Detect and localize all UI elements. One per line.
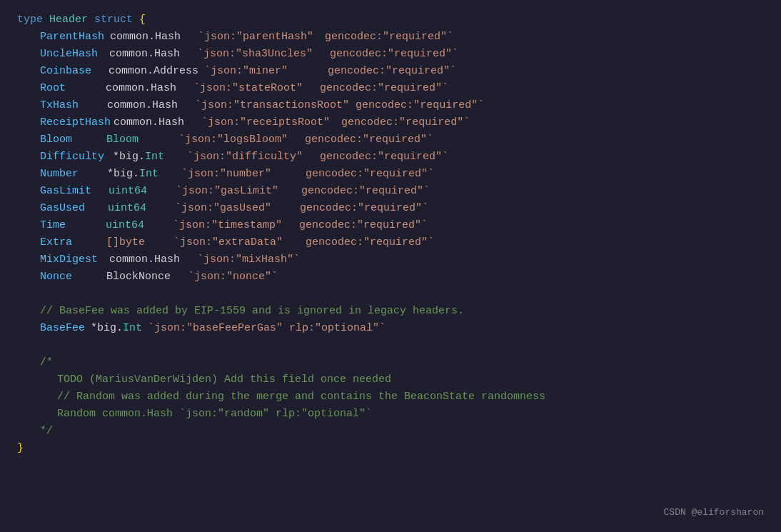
- field-nonce: Nonce BlockNonce `json:"nonce"`: [17, 268, 764, 286]
- type-common-1: common: [110, 29, 148, 46]
- field-name-unclehash: UncleHash: [40, 46, 98, 63]
- field-gaslimit: GasLimit uint64 `json:"gasLimit" gencode…: [17, 183, 764, 200]
- tag-number: `json:"number": [181, 166, 271, 183]
- field-name-mixdigest: MixDigest: [40, 251, 98, 268]
- tag-extra: `json:"extraData": [173, 234, 283, 251]
- type-uint64-gasused: uint64: [108, 200, 146, 217]
- blank-line-2: [17, 337, 764, 354]
- field-root: Root common.Hash `json:"stateRoot" genco…: [17, 80, 764, 97]
- comment-text-basefee: // BaseFee was added by EIP-1559 and is …: [40, 303, 464, 320]
- field-name-receipthash: ReceiptHash: [40, 114, 111, 131]
- field-txhash: TxHash common.Hash `json:"transactionsRo…: [17, 97, 764, 114]
- field-gasused: GasUsed uint64 `json:"gasUsed" gencodec:…: [17, 200, 764, 217]
- tag-mixdigest: `json:"mixHash"`: [197, 251, 300, 268]
- line-struct-header: type Header struct {: [17, 11, 764, 29]
- field-name-difficulty: Difficulty: [40, 149, 104, 166]
- field-name-extra: Extra: [40, 234, 72, 251]
- type-blocknonce: BlockNonce: [106, 268, 171, 286]
- tag-txhash: `json:"transactionsRoot": [195, 97, 349, 114]
- field-receipthash: ReceiptHash common.Hash `json:"receiptsR…: [17, 114, 764, 131]
- field-mixdigest: MixDigest common.Hash `json:"mixHash"`: [17, 251, 764, 268]
- field-name-time: Time: [40, 217, 66, 234]
- field-name-number: Number: [40, 166, 79, 183]
- tag-gasused: `json:"gasUsed": [175, 200, 271, 217]
- block-comment-close: */: [40, 423, 53, 440]
- field-coinbase: Coinbase common.Address `json:"miner" ge…: [17, 63, 764, 80]
- tag-nonce: `json:"nonce"`: [188, 268, 278, 286]
- tag-parenthash: `json:"parentHash": [198, 29, 313, 46]
- field-time: Time uint64 `json:"timestamp" gencodec:"…: [17, 217, 764, 234]
- field-random: Random common.Hash `json:"random" rlp:"o…: [17, 406, 764, 423]
- tag-receipthash: `json:"receiptsRoot": [201, 114, 330, 131]
- struct-name: Header: [49, 11, 88, 29]
- code-editor: type Header struct { ParentHash common.H…: [0, 0, 781, 532]
- type-byte-extra: []byte: [106, 234, 145, 251]
- block-comment-open: /*: [40, 354, 53, 371]
- tag-root: `json:"stateRoot": [193, 80, 303, 97]
- tag-unclehash: `json:"sha3Uncles": [197, 46, 313, 63]
- block-comment-start: /*: [17, 354, 764, 371]
- tag-difficulty: `json:"difficulty": [187, 149, 303, 166]
- keyword-struct: struct: [94, 11, 133, 29]
- todo-text: TODO (MariusVanDerWijden) Add this field…: [57, 371, 391, 388]
- close-brace: }: [17, 440, 24, 457]
- field-basefee: BaseFee *big.Int `json:"baseFeePerGas" r…: [17, 320, 764, 337]
- tag-bloom: `json:"logsBloom": [178, 131, 288, 149]
- field-difficulty: Difficulty *big.Int `json:"difficulty" g…: [17, 149, 764, 166]
- field-name-gaslimit: GasLimit: [40, 183, 91, 200]
- field-uncle-hash: UncleHash common.Hash `json:"sha3Uncles"…: [17, 46, 764, 63]
- closing-brace-line: }: [17, 440, 764, 457]
- field-bloom: Bloom Bloom `json:"logsBloom" gencodec:"…: [17, 131, 764, 149]
- tag-coinbase: `json:"miner": [204, 63, 288, 80]
- field-name-bloom: Bloom: [40, 131, 72, 149]
- blank-line-1: [17, 286, 764, 303]
- field-extra: Extra []byte `json:"extraData" gencodec:…: [17, 234, 764, 251]
- field-name-txhash: TxHash: [40, 97, 79, 114]
- block-comment-end: */: [17, 423, 764, 440]
- field-parent-hash: ParentHash common.Hash `json:"parentHash…: [17, 29, 764, 46]
- tag-gaslimit: `json:"gasLimit": [176, 183, 278, 200]
- field-name-nonce: Nonce: [40, 268, 72, 286]
- type-uint64-gaslimit: uint64: [109, 183, 147, 200]
- field-name-root: Root: [40, 80, 66, 97]
- random-field-text: Random common.Hash `json:"random" rlp:"o…: [57, 406, 372, 423]
- type-uint64-time: uint64: [106, 217, 144, 234]
- watermark: CSDN @eliforsharon: [664, 506, 764, 521]
- comment-random: // Random was added during the merge and…: [17, 388, 764, 406]
- field-name-basefee: BaseFee: [40, 320, 85, 337]
- tag-basefee: `json:"baseFeePerGas" rlp:"optional"`: [148, 320, 386, 337]
- comment-basefee: // BaseFee was added by EIP-1559 and is …: [17, 303, 764, 320]
- field-name-parenthash: ParentHash: [40, 29, 104, 46]
- open-brace: {: [139, 11, 146, 29]
- random-comment-text: // Random was added during the merge and…: [57, 388, 545, 406]
- field-name-gasused: GasUsed: [40, 200, 85, 217]
- field-name-coinbase: Coinbase: [40, 63, 91, 80]
- comment-todo: TODO (MariusVanDerWijden) Add this field…: [17, 371, 764, 388]
- keyword-type: type: [17, 11, 43, 29]
- field-number: Number *big.Int `json:"number" gencodec:…: [17, 166, 764, 183]
- tag-time: `json:"timestamp": [173, 217, 282, 234]
- type-bloom: Bloom: [106, 131, 138, 149]
